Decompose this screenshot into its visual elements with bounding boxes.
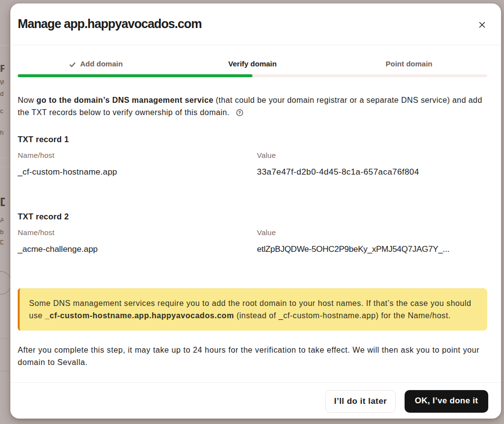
svg-text:?: ? bbox=[238, 110, 241, 115]
